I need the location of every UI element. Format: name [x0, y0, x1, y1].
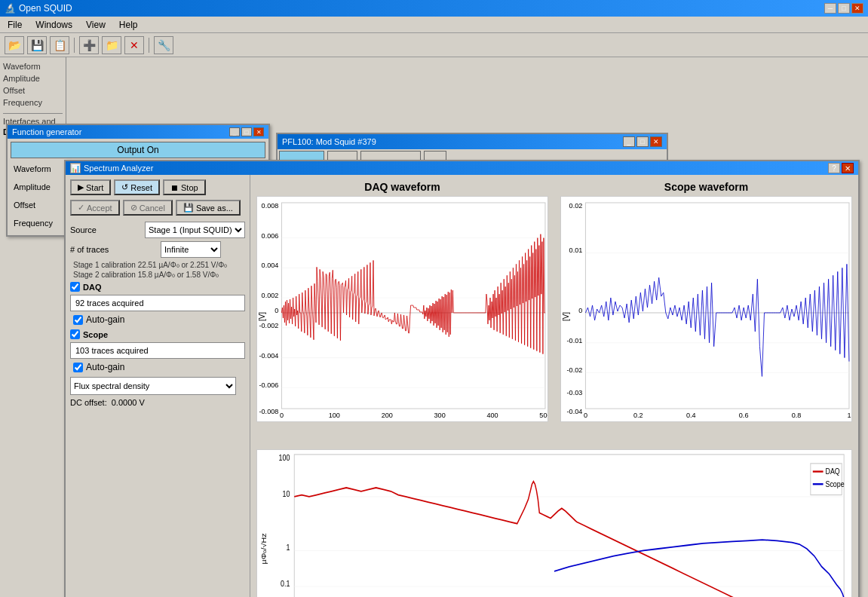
menu-file[interactable]: File: [5, 18, 25, 32]
daq-y-label-006: 0.006: [262, 232, 279, 240]
pfl-titlebar: PFL100: Mod Squid #379 _ □ ✕: [278, 134, 667, 149]
stop-btn[interactable]: ⏹ Stop: [163, 179, 206, 195]
scope-autogain-checkbox[interactable]: [73, 363, 83, 372]
spectrum-help-btn[interactable]: ?: [828, 163, 840, 173]
accept-btn[interactable]: ✓ Accept: [70, 200, 120, 216]
daq-x-title: t [ms]: [404, 421, 423, 421]
daq-chart-box: 0.008 0.006 0.004 0.002 0 -0.002 -0.004 …: [256, 196, 548, 422]
save-special-tool-btn[interactable]: 📋: [50, 36, 69, 54]
daq-y-label-n004: -0.004: [259, 352, 279, 360]
save-as-btn[interactable]: 💾 Save as...: [176, 200, 241, 216]
pfl-close-btn[interactable]: ✕: [650, 136, 662, 147]
close-btn[interactable]: ✕: [851, 3, 863, 14]
scope-checkbox-label: Scope: [83, 330, 108, 339]
spec-y-10: 10: [282, 489, 290, 498]
fg-close-btn[interactable]: ✕: [253, 127, 264, 136]
cancel-btn[interactable]: ⊘ Cancel: [123, 200, 173, 216]
scope-autogain-label: Auto-gain: [86, 362, 124, 372]
pfl-title: PFL100: Mod Squid #379: [282, 137, 376, 146]
spec-y-title: µΦ₀/√Hz: [260, 533, 268, 564]
source-label: Source: [70, 225, 145, 234]
reset-icon: ↺: [121, 182, 128, 192]
spectrum-title-left: 📊 Spectrum Analyzer: [70, 163, 153, 173]
daq-chart-container: DAQ waveform 0.008 0.006 0.004 0.002 0 -…: [250, 175, 554, 446]
daq-y-title: [V]: [258, 312, 266, 321]
scope-x-06: 0.6: [739, 412, 749, 419]
top-charts: DAQ waveform 0.008 0.006 0.004 0.002 0 -…: [250, 175, 858, 446]
daq-traces-box: 92 traces acquired: [70, 295, 245, 311]
pfl-minimize-btn[interactable]: _: [623, 136, 635, 147]
daq-y-label-002: 0.002: [262, 292, 279, 299]
waveform-label: Waveform: [3, 60, 63, 72]
spectrum-title: Spectrum Analyzer: [84, 164, 153, 173]
pfl-controls: _ □ ✕: [623, 136, 662, 147]
pfl-window: PFL100: Mod Squid #379 _ □ ✕: [276, 133, 668, 163]
scope-y-n03: -0.03: [567, 389, 583, 396]
scope-x-08: 0.8: [792, 412, 802, 419]
settings-tool-btn[interactable]: 🔧: [154, 36, 173, 54]
scope-x-1: 1: [847, 412, 851, 419]
scope-y-n01: -0.01: [567, 337, 583, 344]
save-tool-btn[interactable]: 💾: [27, 36, 47, 54]
scope-checkbox[interactable]: [70, 329, 80, 339]
stage2-calib-label-text: Stage 2 calibration: [73, 271, 136, 279]
toolbar: 📂 💾 📋 ➕ 📁 ✕ 🔧: [0, 33, 868, 57]
scope-chart-box: 0.02 0.01 0 -0.01 -0.02 -0.03 -0.04 [V]: [560, 196, 852, 422]
open-tool-btn[interactable]: 📂: [5, 36, 24, 54]
fg-minimize-btn[interactable]: _: [229, 127, 240, 136]
traces-select[interactable]: Infinite: [161, 241, 221, 258]
delete-tool-btn[interactable]: ✕: [124, 36, 144, 54]
scope-checkbox-row: Scope: [70, 329, 245, 339]
spectrum-close-btn[interactable]: ✕: [842, 163, 854, 173]
accept-label: Accept: [87, 204, 112, 213]
scope-chart-title: Scope waveform: [560, 181, 852, 193]
toolbar-sep1: [74, 38, 75, 53]
menu-windows[interactable]: Windows: [32, 18, 75, 32]
scope-traces-text: 103 traces acquired: [75, 346, 149, 355]
daq-chart-title: DAQ waveform: [256, 181, 548, 193]
spec-y-01: 0.1: [281, 579, 290, 588]
output-on-btn[interactable]: Output On: [11, 142, 265, 158]
source-select[interactable]: Stage 1 (Input SQUID): [145, 222, 245, 238]
daq-y-label-n002: -0.002: [259, 322, 279, 329]
stage1-calib-label: Stage 1 calibration 22.51 µA/Φ₀ or 2.251…: [70, 261, 245, 269]
spectrum-win-controls: ? ✕: [828, 163, 854, 173]
reset-btn[interactable]: ↺ Reset: [114, 179, 160, 195]
spectrum-panel: 📊 Spectrum Analyzer ? ✕ ▶ Start ↺: [64, 160, 860, 597]
amplitude-label: Amplitude: [3, 72, 63, 84]
spectrum-svg: 100 10 1 0.1 0.01 µΦ₀/√Hz: [257, 450, 851, 597]
spectrum-chart-box: 100 10 1 0.1 0.01 µΦ₀/√Hz: [256, 449, 852, 597]
daq-checkbox-row: DAQ: [70, 282, 245, 292]
dc-offset-row: DC offset: 0.0000 V: [70, 398, 245, 407]
fg-restore-btn[interactable]: □: [241, 127, 252, 136]
daq-checkbox[interactable]: [70, 282, 80, 292]
daq-svg: 0.008 0.006 0.004 0.002 0 -0.002 -0.004 …: [257, 197, 547, 421]
scope-x-02: 0.2: [633, 412, 643, 419]
maximize-btn[interactable]: □: [838, 3, 850, 14]
traces-row: # of traces Infinite: [70, 241, 245, 258]
spectrum-controls: ▶ Start ↺ Reset ⏹ Stop ✓: [66, 175, 250, 597]
save-icon: 💾: [183, 203, 194, 213]
add-tool-btn[interactable]: ➕: [79, 36, 99, 54]
menu-help[interactable]: Help: [116, 18, 141, 32]
title-bar-controls: ─ □ ✕: [824, 3, 863, 14]
daq-y-label-004: 0.004: [262, 262, 279, 269]
minimize-btn[interactable]: ─: [824, 3, 836, 14]
pfl-restore-btn[interactable]: □: [636, 136, 649, 147]
scope-x-title: t [us]: [710, 421, 726, 421]
menu-view[interactable]: View: [83, 18, 109, 32]
charts-area: DAQ waveform 0.008 0.006 0.004 0.002 0 -…: [250, 175, 858, 597]
start-btn[interactable]: ▶ Start: [70, 179, 111, 195]
title-bar: 🔬 Open SQUID ─ □ ✕: [0, 0, 868, 17]
reset-label: Reset: [130, 183, 152, 192]
daq-x-300: 300: [434, 412, 446, 419]
accept-icon: ✓: [78, 203, 84, 213]
daq-autogain-checkbox[interactable]: [73, 315, 83, 325]
display-select[interactable]: Flux spectral density: [70, 377, 236, 395]
frequency-label: Frequency: [3, 96, 63, 109]
folder-tool-btn[interactable]: 📁: [102, 36, 121, 54]
func-gen-titlebar: Function generator _ □ ✕: [8, 125, 268, 139]
daq-y-label-0: 0: [275, 307, 278, 314]
source-row: Source Stage 1 (Input SQUID): [70, 222, 245, 238]
dc-offset-label: DC offset:: [70, 398, 107, 407]
